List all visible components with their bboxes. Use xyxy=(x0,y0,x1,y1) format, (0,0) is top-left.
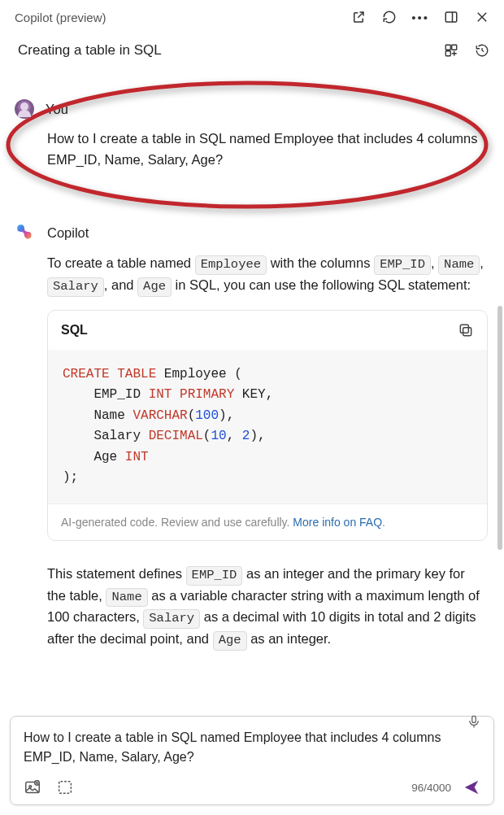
code-text: ); xyxy=(63,470,78,485)
history-icon[interactable] xyxy=(475,43,489,58)
svg-rect-10 xyxy=(472,716,476,722)
code-text: Salary xyxy=(63,429,149,443)
snip-icon[interactable] xyxy=(56,778,74,796)
conversation-scroll[interactable]: You How to I create a table in SQL named… xyxy=(0,70,504,701)
code-text: ), xyxy=(250,429,265,443)
code-footer: AI-generated code. Review and use carefu… xyxy=(48,503,487,540)
svg-rect-8 xyxy=(463,327,471,335)
num: 10 xyxy=(211,429,226,443)
code-text: EMP_ID xyxy=(63,387,149,402)
num: 100 xyxy=(195,408,219,423)
kw: INT xyxy=(125,450,149,464)
svg-rect-15 xyxy=(59,782,72,794)
svg-rect-5 xyxy=(452,45,457,50)
faq-link[interactable]: More info on FAQ xyxy=(293,516,382,529)
copy-code-button[interactable] xyxy=(458,322,474,338)
code-text: Name xyxy=(63,408,133,423)
microphone-icon[interactable] xyxy=(467,714,481,732)
code-text: Age xyxy=(63,450,125,464)
composer: How to I create a table in SQL named Emp… xyxy=(10,716,494,805)
open-external-icon[interactable] xyxy=(351,10,366,24)
text: , and xyxy=(104,277,137,292)
user-avatar-icon xyxy=(15,99,34,119)
copilot-avatar-icon xyxy=(15,222,36,243)
scrollbar-thumb[interactable] xyxy=(497,306,502,550)
svg-rect-0 xyxy=(445,12,457,22)
panel-header: Copilot (preview) ••• xyxy=(0,0,504,33)
kw: INT xyxy=(149,387,172,402)
svg-rect-4 xyxy=(445,45,450,50)
refresh-icon[interactable] xyxy=(382,10,397,24)
code-lang-label: SQL xyxy=(61,323,458,338)
kw: VARCHAR xyxy=(133,408,187,423)
svg-rect-9 xyxy=(460,325,468,333)
composer-toolbar: 96/4000 xyxy=(24,778,480,796)
chip-age: Age xyxy=(213,631,247,651)
panel-layout-icon[interactable] xyxy=(444,10,458,24)
user-message-text: How to I create a table in SQL named Emp… xyxy=(15,129,484,170)
text: with the columns xyxy=(271,255,374,270)
header-actions: ••• xyxy=(351,10,489,24)
chip-empid: EMP_ID xyxy=(374,255,431,275)
composer-input[interactable]: How to I create a table in SQL named Emp… xyxy=(24,728,480,767)
subheader-actions xyxy=(444,43,489,58)
add-image-icon[interactable] xyxy=(24,778,41,796)
close-icon[interactable] xyxy=(475,10,489,24)
char-counter: 96/4000 xyxy=(411,782,451,794)
chip-salary: Salary xyxy=(143,609,200,629)
kw: CREATE xyxy=(63,367,110,381)
chip-employee: Employee xyxy=(195,255,267,275)
topic-title: Creating a table in SQL xyxy=(18,42,444,59)
assistant-explanation: This statement defines EMP_ID as an inte… xyxy=(0,547,499,651)
user-label: You xyxy=(46,102,68,117)
chip-age: Age xyxy=(137,277,172,297)
code-text: Employee ( xyxy=(156,367,242,381)
composer-wrap: How to I create a table in SQL named Emp… xyxy=(0,701,504,815)
text: To create a table named xyxy=(47,255,195,270)
send-button[interactable] xyxy=(463,778,480,796)
kw: PRIMARY xyxy=(180,387,234,402)
code-text: , xyxy=(227,429,242,443)
chip-name: Name xyxy=(438,255,480,275)
subheader: Creating a table in SQL xyxy=(0,33,504,70)
kw: DECIMAL xyxy=(149,429,203,443)
more-icon[interactable]: ••• xyxy=(413,10,428,24)
code-text: ), xyxy=(219,408,234,423)
svg-rect-6 xyxy=(445,51,450,56)
text: as an integer. xyxy=(250,631,331,646)
text: This statement defines xyxy=(47,566,186,581)
chip-name: Name xyxy=(106,588,147,608)
kw: TABLE xyxy=(117,367,156,381)
assistant-message: Copilot To create a table named Employee… xyxy=(0,216,499,547)
code-text: ( xyxy=(203,429,211,443)
code-text: KEY, xyxy=(234,387,273,402)
code-block-header: SQL xyxy=(48,311,487,350)
text: in SQL, you can use the following SQL st… xyxy=(176,277,471,292)
assistant-intro: To create a table named Employee with th… xyxy=(15,253,484,296)
text: , xyxy=(431,255,438,270)
code-block: SQL CREATE TABLE Employee ( EMP_ID INT P… xyxy=(47,310,488,542)
panel-title: Copilot (preview) xyxy=(15,11,351,24)
code-content: CREATE TABLE Employee ( EMP_ID INT PRIMA… xyxy=(48,350,487,504)
user-message: You How to I create a table in SQL named… xyxy=(0,93,499,177)
assistant-label: Copilot xyxy=(47,225,89,241)
code-text: ( xyxy=(188,408,196,423)
chip-empid: EMP_ID xyxy=(186,566,243,586)
text: , xyxy=(480,255,484,270)
disclaimer-text: AI-generated code. Review and use carefu… xyxy=(61,516,293,529)
plugins-icon[interactable] xyxy=(444,43,458,58)
chip-salary: Salary xyxy=(47,277,104,297)
